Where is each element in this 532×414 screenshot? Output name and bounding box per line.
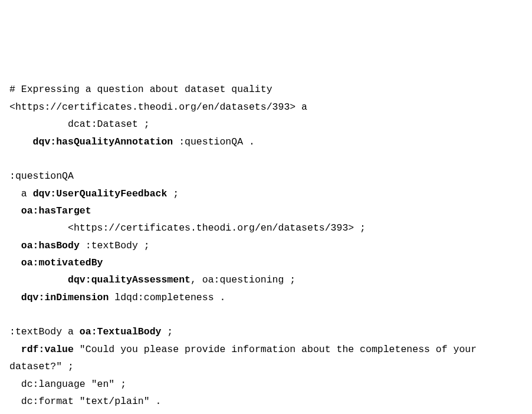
code-text: dcat:Dataset ; [9, 119, 150, 130]
code-text: ldqd:completeness . [109, 292, 225, 303]
code-text: <https://certificates.theodi.org/en/data… [9, 101, 307, 113]
keyword-qualityAssessment: dqv:qualityAssessment [68, 274, 191, 285]
code-text: :questionQA . [173, 136, 255, 147]
keyword-rdfvalue: rdf:value [21, 344, 74, 355]
comment-line: # Expressing a question about dataset qu… [9, 84, 272, 95]
keyword-UserQualityFeedback: dqv:UserQualityFeedback [33, 188, 168, 199]
indent [9, 274, 68, 285]
code-text: "Could you please provide information ab… [9, 344, 482, 372]
keyword-TextualBody: oa:TextualBody [80, 326, 162, 337]
keyword-inDimension: dqv:inDimension [21, 292, 109, 303]
code-text: :textBody a [9, 326, 80, 337]
keyword-hasBody: oa:hasBody [21, 240, 80, 251]
code-text: dc:format "text/plain" . [9, 396, 161, 407]
code-listing: # Expressing a question about dataset qu… [9, 81, 523, 410]
code-text: :textBody ; [80, 240, 150, 251]
indent [9, 344, 21, 355]
indent [9, 136, 33, 147]
code-text: :questionQA [9, 170, 74, 182]
keyword-hasTarget: oa:hasTarget [21, 205, 91, 216]
code-text: , oa:questioning ; [191, 274, 295, 285]
indent: a [9, 188, 33, 199]
code-text: ; [167, 188, 179, 199]
code-text: dc:language "en" ; [9, 379, 126, 390]
indent [9, 205, 21, 216]
keyword-motivatedBy: oa:motivatedBy [21, 257, 103, 268]
indent [9, 292, 21, 303]
keyword-hasQualityAnnotation: dqv:hasQualityAnnotation [33, 136, 173, 147]
indent [9, 257, 21, 268]
code-text: ; [161, 326, 173, 337]
code-text: <https://certificates.theodi.org/en/data… [9, 222, 366, 234]
indent [9, 240, 21, 251]
